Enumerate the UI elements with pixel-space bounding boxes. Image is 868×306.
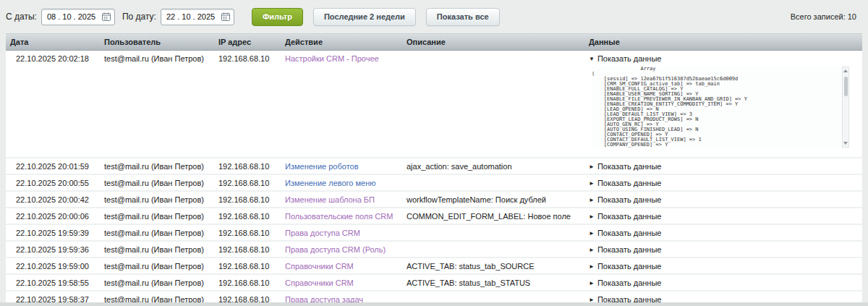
column-header-action: Действие bbox=[281, 38, 402, 46]
show-data-toggle[interactable]: ►Показать данные bbox=[589, 245, 661, 254]
show-data-label: Показать данные bbox=[597, 179, 662, 187]
data-dump-panel: Array ( [sessid] => 12ea67b1f516387d52ba… bbox=[592, 67, 849, 148]
row-ip: 192.168.68.10 bbox=[214, 208, 281, 224]
action-link[interactable]: Справочники CRM bbox=[285, 279, 354, 287]
row-ip: 192.168.68.10 bbox=[214, 242, 281, 257]
action-cell: Права доступа CRM bbox=[281, 225, 402, 240]
row-description bbox=[402, 242, 584, 257]
data-cell: ►Показать данные bbox=[584, 175, 862, 190]
filter-toolbar: С даты: 08 . 10 . 2025 По дату: 22 . 10 … bbox=[0, 0, 868, 33]
action-link[interactable]: Пользовательские поля CRM bbox=[285, 212, 393, 221]
scroll-up-icon[interactable] bbox=[843, 69, 848, 72]
row-date: 22.10.2025 19:59:36 bbox=[6, 242, 100, 257]
data-cell: ▼Показать данные Array ( [sessid] => 12e… bbox=[584, 51, 862, 157]
show-data-toggle[interactable]: ►Показать данные bbox=[589, 179, 661, 187]
filter-button[interactable]: Фильтр bbox=[252, 8, 303, 26]
row-date: 22.10.2025 20:02:18 bbox=[6, 51, 100, 157]
to-date-input[interactable]: 22 . 10 . 2025 bbox=[161, 9, 234, 25]
action-cell: Права доступа CRM (Роль) bbox=[281, 242, 402, 257]
row-user: test@mail.ru (Иван Петров) bbox=[100, 258, 214, 273]
data-cell: ►Показать данные bbox=[584, 275, 862, 290]
column-header-description: Описание bbox=[402, 38, 584, 46]
action-link[interactable]: Справочники CRM bbox=[285, 262, 354, 271]
row-date: 22.10.2025 20:00:42 bbox=[6, 192, 100, 207]
action-cell: Справочники CRM bbox=[281, 275, 402, 290]
row-ip: 192.168.68.10 bbox=[214, 258, 281, 273]
from-date-value: 08 . 10 . 2025 bbox=[47, 12, 95, 21]
scrollbar[interactable] bbox=[842, 67, 849, 148]
show-data-toggle[interactable]: ►Показать данные bbox=[589, 229, 661, 237]
row-user: test@mail.ru (Иван Петров) bbox=[100, 51, 214, 157]
row-description bbox=[402, 51, 584, 157]
row-ip: 192.168.68.10 bbox=[214, 225, 281, 240]
show-data-toggle[interactable]: ►Показать данные bbox=[589, 262, 661, 271]
action-link[interactable]: Изменение роботов bbox=[285, 162, 359, 171]
triangle-down-icon: ▼ bbox=[589, 56, 595, 62]
column-header-date: Дата bbox=[6, 38, 100, 46]
from-date-label: С даты: bbox=[6, 12, 37, 22]
table-row: 22.10.2025 20:01:59 test@mail.ru (Иван П… bbox=[6, 158, 862, 175]
show-data-toggle[interactable]: ▼Показать данные bbox=[589, 54, 858, 63]
to-date-value: 22 . 10 . 2025 bbox=[166, 12, 215, 21]
row-description: ACTIVE_TAB: status_tab_STATUS bbox=[402, 275, 584, 290]
data-cell: ►Показать данные bbox=[584, 225, 862, 240]
action-link[interactable]: Изменение левого меню bbox=[285, 179, 376, 187]
action-link[interactable]: Настройки CRM - Прочее bbox=[285, 54, 379, 63]
show-data-toggle[interactable]: ►Показать данные bbox=[589, 162, 661, 171]
show-data-toggle[interactable]: ►Показать данные bbox=[589, 279, 661, 287]
data-cell: ►Показать данные bbox=[584, 158, 862, 174]
action-cell: Изменение левого меню bbox=[281, 175, 402, 190]
calendar-icon[interactable] bbox=[221, 12, 230, 21]
event-log-table: Дата Пользователь IP адрес Действие Опис… bbox=[6, 33, 862, 306]
row-ip: 192.168.68.10 bbox=[214, 192, 281, 207]
action-link[interactable]: Права доступа CRM (Роль) bbox=[285, 245, 386, 254]
row-ip: 192.168.68.10 bbox=[214, 275, 281, 290]
show-data-label: Показать данные bbox=[597, 212, 662, 221]
show-data-label: Показать данные bbox=[597, 162, 662, 171]
action-cell: Изменение шаблона БП bbox=[281, 192, 402, 207]
column-header-ip: IP адрес bbox=[214, 38, 281, 46]
triangle-right-icon: ► bbox=[589, 263, 595, 270]
total-records-label: Всего записей: 10 bbox=[791, 12, 861, 21]
triangle-right-icon: ► bbox=[589, 213, 595, 220]
action-cell: Настройки CRM - Прочее bbox=[281, 51, 402, 157]
show-data-label: Показать данные bbox=[597, 195, 662, 204]
action-link[interactable]: Права доступа CRM bbox=[285, 229, 360, 237]
from-date-input[interactable]: 08 . 10 . 2025 bbox=[41, 9, 115, 25]
row-user: test@mail.ru (Иван Петров) bbox=[100, 158, 214, 174]
row-date: 22.10.2025 19:58:55 bbox=[6, 275, 100, 290]
table-row: 22.10.2025 20:00:06 test@mail.ru (Иван П… bbox=[6, 208, 862, 225]
row-user: test@mail.ru (Иван Петров) bbox=[100, 192, 214, 207]
scroll-thumb[interactable] bbox=[844, 77, 848, 96]
row-ip: 192.168.68.10 bbox=[214, 158, 281, 174]
table-row: 22.10.2025 19:59:39 test@mail.ru (Иван П… bbox=[6, 225, 862, 242]
action-link[interactable]: Изменение шаблона БП bbox=[285, 195, 375, 204]
show-data-toggle[interactable]: ►Показать данные bbox=[589, 195, 661, 204]
row-description: COMMON_EDIT_FORM_LABEL: Новое поле bbox=[402, 208, 584, 224]
data-cell: ►Показать данные bbox=[584, 242, 862, 257]
show-data-label: Показать данные bbox=[597, 229, 662, 237]
show-all-button[interactable]: Показать все bbox=[426, 8, 500, 26]
row-ip: 192.168.68.10 bbox=[214, 51, 281, 157]
scroll-down-icon[interactable] bbox=[843, 142, 848, 145]
table-row: 22.10.2025 19:58:55 test@mail.ru (Иван П… bbox=[6, 275, 862, 292]
row-description: workflowTemplateName: Поиск дублей bbox=[402, 192, 584, 207]
row-user: test@mail.ru (Иван Петров) bbox=[100, 208, 214, 224]
triangle-right-icon: ► bbox=[589, 163, 595, 170]
triangle-right-icon: ► bbox=[589, 280, 595, 286]
row-date: 22.10.2025 20:00:06 bbox=[6, 208, 100, 224]
show-data-label: Показать данные bbox=[597, 245, 662, 254]
show-data-label: Показать данные bbox=[597, 279, 662, 287]
triangle-right-icon: ► bbox=[589, 197, 595, 203]
column-header-user: Пользователь bbox=[100, 38, 214, 46]
to-date-label: По дату: bbox=[122, 12, 156, 22]
column-header-data: Данные bbox=[584, 38, 862, 46]
row-description: ajax_action: save_automation bbox=[402, 158, 584, 174]
calendar-icon[interactable] bbox=[102, 12, 111, 21]
row-date: 22.10.2025 20:00:55 bbox=[6, 175, 100, 190]
show-data-toggle[interactable]: ►Показать данные bbox=[589, 212, 661, 221]
table-row: 22.10.2025 20:00:55 test@mail.ru (Иван П… bbox=[6, 175, 862, 192]
row-date: 22.10.2025 19:59:00 bbox=[6, 258, 100, 273]
action-cell: Справочники CRM bbox=[281, 258, 402, 273]
last-two-weeks-button[interactable]: Последние 2 недели bbox=[313, 8, 416, 26]
